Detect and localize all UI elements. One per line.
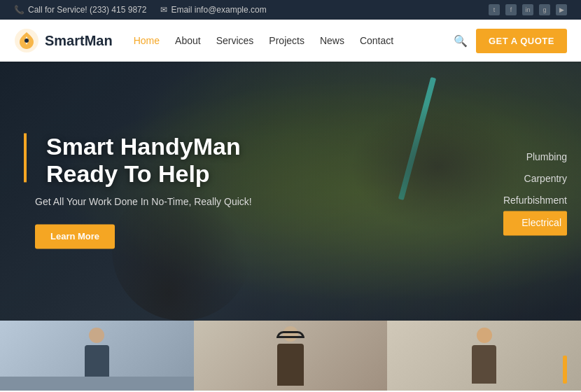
phone-text: Call for Service! (233) 415 9872 <box>28 5 146 15</box>
social-links: t f in g ▶ <box>489 4 567 15</box>
email-icon: ✉ <box>160 5 167 15</box>
email-text: Email info@example.com <box>171 5 266 15</box>
hero-side-list: Plumbing Carpentry Refurbishment Electri… <box>503 146 567 235</box>
brand-name: SmartMan <box>45 33 113 49</box>
nav-news[interactable]: News <box>320 35 344 46</box>
get-quote-button[interactable]: GET A QUOTE <box>476 29 567 53</box>
learn-more-button[interactable]: Learn More <box>35 225 115 249</box>
thumbnails-row <box>0 321 581 391</box>
hero-title: Smart HandyMan Ready To Help <box>46 133 252 188</box>
navbar: SmartMan Home About Services Projects Ne… <box>0 20 581 62</box>
twitter-icon[interactable]: t <box>489 4 500 15</box>
thumbnail-1[interactable] <box>0 321 194 391</box>
side-list-electrical[interactable]: Electrical <box>503 211 567 236</box>
side-list-carpentry[interactable]: Carpentry <box>503 168 567 190</box>
nav-services[interactable]: Services <box>216 35 254 46</box>
phone-icon: 📞 <box>14 5 24 15</box>
nav-contact[interactable]: Contact <box>360 35 393 46</box>
email-info: ✉ Email info@example.com <box>160 5 266 15</box>
nav-links: Home About Services Projects News Contac… <box>134 35 454 46</box>
accent-bar <box>24 133 27 182</box>
hero-section: Smart HandyMan Ready To Help Get All You… <box>0 62 581 321</box>
logo-icon <box>14 28 39 53</box>
nav-actions: 🔍 GET A QUOTE <box>454 29 567 53</box>
hero-subtitle: Get All Your Work Done In No-Time, Reall… <box>35 197 252 208</box>
facebook-icon[interactable]: f <box>505 4 517 15</box>
nav-about[interactable]: About <box>175 35 201 46</box>
nav-home[interactable]: Home <box>134 35 160 46</box>
hand-shadow-right <box>350 104 525 230</box>
svg-point-1 <box>24 38 29 43</box>
search-icon[interactable]: 🔍 <box>454 34 468 48</box>
thumbnail-2[interactable] <box>194 321 388 391</box>
top-bar: 📞 Call for Service! (233) 415 9872 ✉ Ema… <box>0 0 581 20</box>
youtube-icon[interactable]: ▶ <box>556 4 567 15</box>
nav-projects[interactable]: Projects <box>269 35 304 46</box>
top-bar-contact: 📞 Call for Service! (233) 415 9872 ✉ Ema… <box>14 5 267 15</box>
linkedin-icon[interactable]: in <box>522 4 533 15</box>
thumbnail-3[interactable] <box>387 321 581 391</box>
side-list-plumbing[interactable]: Plumbing <box>503 146 567 168</box>
side-list-refurbishment[interactable]: Refurbishment <box>503 190 567 211</box>
phone-info: 📞 Call for Service! (233) 415 9872 <box>14 5 146 15</box>
thumb-tool-icon <box>563 356 567 384</box>
hero-content: Smart HandyMan Ready To Help Get All You… <box>35 133 252 248</box>
brand-logo[interactable]: SmartMan <box>14 28 113 53</box>
googleplus-icon[interactable]: g <box>539 4 550 15</box>
